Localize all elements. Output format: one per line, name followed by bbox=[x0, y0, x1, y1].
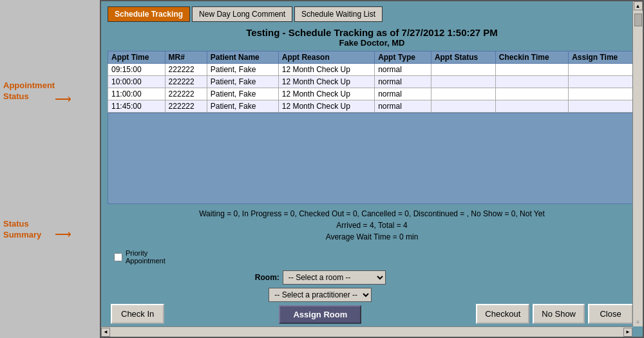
cell-2-5 bbox=[431, 88, 495, 100]
cell-0-4: normal bbox=[375, 64, 431, 76]
tabs-bar: Schedule Tracking New Day Long Comment S… bbox=[101, 1, 643, 22]
scroll-up-button[interactable]: ▲ bbox=[634, 1, 643, 10]
cell-0-3: 12 Month Check Up bbox=[278, 64, 374, 76]
cell-2-6 bbox=[495, 88, 568, 100]
cell-1-2: Patient, Fake bbox=[207, 76, 278, 88]
cell-3-3: 12 Month Check Up bbox=[278, 100, 374, 113]
table-row[interactable]: 11:45:00222222Patient, Fake12 Month Chec… bbox=[108, 100, 636, 113]
scrollbar-right[interactable]: ▲ ≡ bbox=[632, 1, 643, 326]
room-select[interactable]: -- Select a room -- bbox=[283, 270, 386, 285]
appointments-table-wrapper: Appt Time MR# Patient Name Appt Reason A… bbox=[108, 51, 636, 113]
schedule-body-area bbox=[108, 113, 636, 204]
scroll-grip: ≡ bbox=[636, 319, 639, 325]
status-summary-area: Waiting = 0, In Progress = 0, Checked Ou… bbox=[101, 204, 643, 247]
scroll-thumb[interactable] bbox=[634, 14, 642, 26]
cell-0-2: Patient, Fake bbox=[207, 64, 278, 76]
appt-status-arrow: ⟶ bbox=[55, 92, 71, 106]
assign-room-button[interactable]: Assign Room bbox=[279, 305, 361, 324]
tab-new-day-long-comment[interactable]: New Day Long Comment bbox=[192, 6, 292, 22]
checkout-button[interactable]: Checkout bbox=[476, 304, 529, 324]
col-appt-reason: Appt Reason bbox=[278, 52, 374, 64]
table-row[interactable]: 11:00:00222222Patient, Fake12 Month Chec… bbox=[108, 88, 636, 100]
tab-schedule-waiting-list[interactable]: Schedule Waiting List bbox=[294, 6, 383, 22]
room-row: Room: -- Select a room -- bbox=[255, 270, 386, 285]
status-line-3: Average Wait Time = 0 min bbox=[108, 231, 636, 243]
cell-2-7 bbox=[569, 88, 636, 100]
center-controls: Room: -- Select a room -- -- Select a pr… bbox=[171, 270, 469, 324]
main-panel: ▲ ≡ ◄ ► Schedule Tracking New Day Long C… bbox=[100, 0, 644, 338]
table-row[interactable]: 10:00:00222222Patient, Fake12 Month Chec… bbox=[108, 76, 636, 88]
no-show-button[interactable]: No Show bbox=[533, 304, 585, 324]
close-button[interactable]: Close bbox=[588, 304, 633, 324]
cell-1-6 bbox=[495, 76, 568, 88]
scrollbar-bottom[interactable]: ◄ ► bbox=[101, 326, 632, 337]
cell-1-5 bbox=[431, 76, 495, 88]
cell-2-0: 11:00:00 bbox=[108, 88, 166, 100]
cell-3-5 bbox=[431, 100, 495, 113]
cell-0-5 bbox=[431, 64, 495, 76]
scroll-right-button[interactable]: ► bbox=[623, 328, 632, 337]
col-appt-status: Appt Status bbox=[431, 52, 495, 64]
cell-3-0: 11:45:00 bbox=[108, 100, 166, 113]
status-line-2: Arrived = 4, Total = 4 bbox=[108, 220, 636, 231]
cell-2-4: normal bbox=[375, 88, 431, 100]
cell-0-6 bbox=[495, 64, 568, 76]
cell-2-1: 222222 bbox=[165, 88, 207, 100]
cell-3-7 bbox=[569, 100, 636, 113]
left-labels: AppointmentStatus ⟶ StatusSummary ⟶ bbox=[0, 0, 100, 338]
cell-0-7 bbox=[569, 64, 636, 76]
cell-1-1: 222222 bbox=[165, 76, 207, 88]
priority-area: PriorityAppointment bbox=[101, 247, 643, 267]
cell-1-4: normal bbox=[375, 76, 431, 88]
table-row[interactable]: 09:15:00222222Patient, Fake12 Month Chec… bbox=[108, 64, 636, 76]
col-mr: MR# bbox=[165, 52, 207, 64]
cell-3-4: normal bbox=[375, 100, 431, 113]
priority-checkbox[interactable] bbox=[114, 253, 122, 261]
cell-1-0: 10:00:00 bbox=[108, 76, 166, 88]
cell-2-3: 12 Month Check Up bbox=[278, 88, 374, 100]
practitioner-select[interactable]: -- Select a practitioner -- bbox=[269, 288, 372, 302]
appt-status-label: AppointmentStatus bbox=[3, 80, 55, 102]
cell-0-1: 222222 bbox=[165, 64, 207, 76]
room-label: Room: bbox=[255, 273, 279, 282]
col-appt-type: Appt Type bbox=[375, 52, 431, 64]
cell-2-2: Patient, Fake bbox=[207, 88, 278, 100]
cell-0-0: 09:15:00 bbox=[108, 64, 166, 76]
tab-schedule-tracking[interactable]: Schedule Tracking bbox=[108, 6, 190, 22]
cell-1-7 bbox=[569, 76, 636, 88]
right-buttons: Checkout No Show Close bbox=[476, 304, 633, 324]
status-summary-arrow: ⟶ bbox=[55, 227, 71, 241]
scroll-left-button[interactable]: ◄ bbox=[101, 328, 110, 337]
priority-label: PriorityAppointment bbox=[126, 249, 166, 265]
check-in-button[interactable]: Check In bbox=[111, 304, 164, 324]
cell-3-2: Patient, Fake bbox=[207, 100, 278, 113]
status-line-1: Waiting = 0, In Progress = 0, Checked Ou… bbox=[108, 208, 636, 220]
title-area: Testing - Schedule Tracking as of 7/27/2… bbox=[101, 22, 643, 51]
col-assign-time: Assign Time bbox=[569, 52, 636, 64]
main-title: Testing - Schedule Tracking as of 7/27/2… bbox=[114, 27, 630, 38]
cell-3-6 bbox=[495, 100, 568, 113]
col-patient-name: Patient Name bbox=[207, 52, 278, 64]
col-checkin-time: Checkin Time bbox=[495, 52, 568, 64]
cell-1-3: 12 Month Check Up bbox=[278, 76, 374, 88]
cell-3-1: 222222 bbox=[165, 100, 207, 113]
appointments-table: Appt Time MR# Patient Name Appt Reason A… bbox=[108, 51, 636, 113]
status-summary-label: StatusSummary bbox=[3, 219, 41, 241]
col-appt-time: Appt Time bbox=[108, 52, 166, 64]
sub-title: Fake Doctor, MD bbox=[114, 38, 630, 48]
